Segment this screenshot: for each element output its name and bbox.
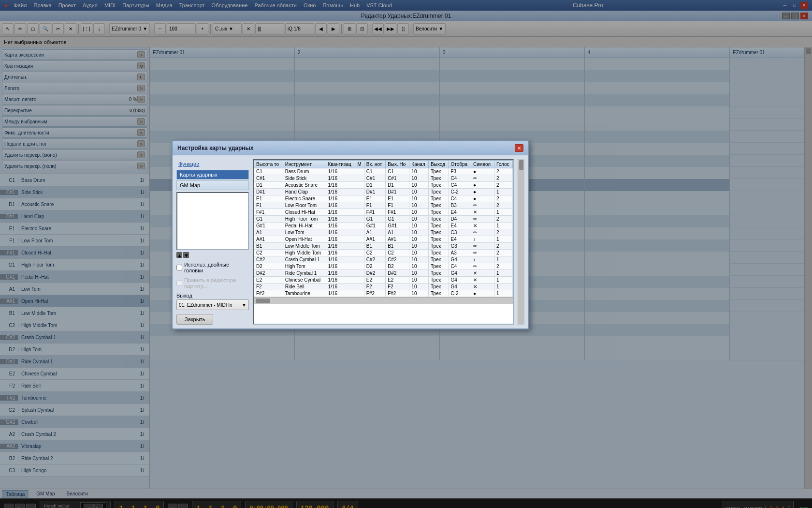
table-cell [355,270,364,277]
table-cell: F#2 [386,290,409,297]
table-row[interactable]: G1High Floor Tom1/16G1G110ТрекD4✏2 [254,216,513,223]
table-cell: 10 [409,250,429,256]
dropdown-arrow: ▼ [242,302,246,308]
table-row[interactable]: E1Electric Snare1/16E1E110ТрекC4●2 [254,195,513,202]
table-cell: Трек [429,223,449,229]
table-cell: F#1 [386,209,409,216]
table-cell: D#1 [386,189,409,195]
modal-functions-title[interactable]: Функции [176,159,249,169]
table-cell: Трек [429,290,449,297]
table-cell: C1 [254,168,283,175]
table-row[interactable]: D#2Ride Cymbal 11/16D#2D#210ТрекG4✕1 [254,270,513,277]
table-row[interactable]: C1Bass Drum1/16C1C110ТрекF3●2 [254,168,513,175]
checkbox1-label: Использ. двойные головки [184,262,249,273]
modal-close-icon[interactable]: ✕ [515,144,523,152]
table-row[interactable]: A#1Open Hi-Hat1/16A#1A#110ТрекE4♪1 [254,236,513,243]
modal-list-drum-maps[interactable]: Карты ударных [176,170,249,179]
table-row[interactable]: F#1Closed Hi-Hat1/16F#1F#110ТрекE4✕1 [254,209,513,216]
table-row[interactable]: D2High Tom1/16D2D210ТрекC4✏2 [254,263,513,270]
table-cell: D1 [254,182,283,189]
table-cell: 2 [494,175,513,182]
output-dropdown[interactable]: 01. EZdrummer - MIDI In ▼ [176,299,249,310]
table-cell: ✕ [471,270,494,277]
col-voice: Голос [494,161,513,168]
table-cell: E1 [386,195,409,202]
table-cell: C2 [386,250,409,256]
table-cell: Ride Cymbal 1 [283,270,326,277]
table-cell: 10 [409,195,429,202]
table-row[interactable]: B1Low Middle Tom1/16B1B110ТрекG3✏2 [254,243,513,250]
table-cell: ● [471,195,494,202]
modal-title: Настройка карты ударных [177,145,253,151]
table-cell: 1/16 [326,256,355,263]
table-cell: E4 [449,209,471,216]
table-cell: Closed Hi-Hat [283,209,326,216]
table-cell: 1/16 [326,277,355,284]
table-cell: G4 [449,256,471,263]
table-cell: ✏ [471,250,494,256]
table-cell: E1 [254,195,283,202]
table-cell: A#1 [364,236,385,243]
table-cell: 1 [494,189,513,195]
table-cell: Side Stick [283,175,326,182]
table-cell: D2 [386,263,409,270]
table-row[interactable]: C2High Middle Tom1/16C2C210ТрекA3✏2 [254,250,513,256]
table-cell: 2 [494,168,513,175]
table-row[interactable]: C#1Side Stick1/16C#1C#110ТрекC4✏2 [254,175,513,182]
table-row[interactable]: E2Chinese Cymbal1/16E2E210ТрекG4✕1 [254,277,513,284]
table-cell [355,202,364,209]
list-down-btn[interactable]: ▼ [183,252,189,258]
table-cell [355,209,364,216]
modal-list-box[interactable] [176,192,249,250]
table-cell: D#2 [254,270,283,277]
table-cell: 1/16 [326,202,355,209]
list-up-btn[interactable]: ▲ [176,252,182,258]
table-cell: Трек [429,250,449,256]
table-row[interactable]: D1Acoustic Snare1/16D1D110ТрекC4●2 [254,182,513,189]
table-row[interactable]: F#2Tambourine1/16F#2F#210ТрекC-2●1 [254,290,513,297]
table-cell: G#1 [364,223,385,229]
table-row[interactable]: F2Ride Bell1/16F2F210ТрекG4✕1 [254,284,513,290]
table-cell: 10 [409,209,429,216]
table-cell: ✏ [471,216,494,223]
modal-table-wrap[interactable]: Высота то Инструмент Квантизац М Вх. нот… [253,159,514,325]
drum-map-table: Высота то Инструмент Квантизац М Вх. нот… [254,160,513,297]
table-row[interactable]: C#2Crash Cymbal 11/16C#2C#210ТрекG4♪1 [254,256,513,263]
table-cell [355,168,364,175]
table-cell [355,250,364,256]
table-cell: F2 [254,284,283,290]
table-row[interactable]: G#1Pedal Hi-Hat1/16G#1G#110ТрекE4✕1 [254,223,513,229]
table-cell: 1/16 [326,216,355,223]
table-cell: ✏ [471,229,494,236]
table-cell: D2 [364,263,385,270]
table-cell: Hand Clap [283,189,326,195]
table-cell: F3 [449,168,471,175]
modal-scrollbar[interactable] [518,159,524,325]
table-cell: D1 [386,182,409,189]
modal-list-gm-map[interactable]: GM Map [176,180,249,190]
checkbox1[interactable] [176,265,182,270]
table-row[interactable]: D#1Hand Clap1/16D#1D#110ТрекC-2●1 [254,189,513,195]
table-cell: 2 [494,250,513,256]
table-cell: C4 [449,263,471,270]
col-channel: Канал [409,161,429,168]
table-cell: 1 [494,223,513,229]
col-quant: Квантизац [326,161,355,168]
table-cell: 2 [494,216,513,223]
table-cell: 1 [494,209,513,216]
table-cell: 10 [409,189,429,195]
table-cell: B1 [254,243,283,250]
table-cell: 1 [494,277,513,284]
table-cell: E1 [364,195,385,202]
table-cell: C2 [254,250,283,256]
table-cell: C1 [386,168,409,175]
col-outnote: Вых. Но [386,161,409,168]
table-row[interactable]: A1Low Tom1/16A1A110ТрекC3✏2 [254,229,513,236]
table-cell [355,189,364,195]
col-symbol: Символ [471,161,494,168]
modal-close-button[interactable]: Закрыть [176,314,213,325]
table-cell [355,256,364,263]
table-cell: Трек [429,229,449,236]
checkbox2[interactable] [176,280,182,286]
table-row[interactable]: F1Low Floor Tom1/16F1F110ТрекB3✏2 [254,202,513,209]
